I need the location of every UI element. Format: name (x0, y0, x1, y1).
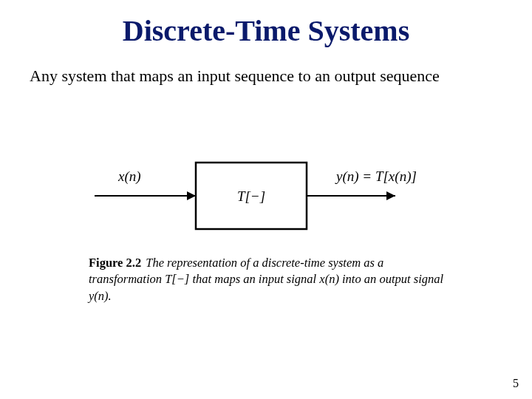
slide: Discrete-Time Systems Any system that ma… (0, 0, 532, 399)
caption-text: The representation of a discrete-time sy… (89, 256, 443, 303)
slide-subtitle: Any system that maps an input sequence t… (30, 66, 502, 86)
output-label: y(n) = T[x(n)] (335, 168, 417, 185)
svg-marker-1 (187, 191, 196, 200)
svg-marker-4 (386, 191, 395, 200)
input-label: x(n) (117, 168, 141, 185)
block-diagram-svg: T[−] x(n) y(n) = T[x(n)] (89, 140, 451, 251)
figure-caption: Figure 2.2The representation of a discre… (89, 255, 451, 304)
block-label: T[−] (237, 188, 265, 204)
page-number: 5 (513, 377, 519, 390)
block-diagram-figure: T[−] x(n) y(n) = T[x(n)] Figure 2.2The r… (89, 140, 451, 288)
page-title: Discrete-Time Systems (0, 13, 532, 48)
caption-leadin: Figure 2.2 (89, 256, 141, 270)
